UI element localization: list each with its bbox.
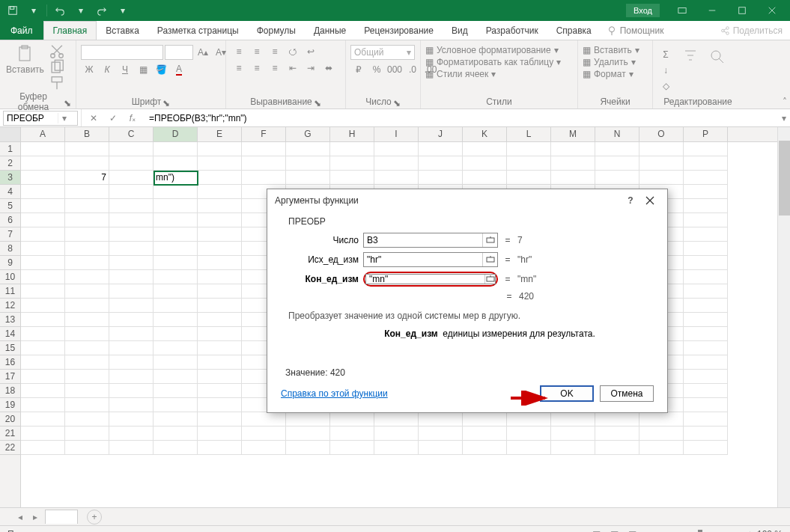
cell[interactable] [684,341,728,355]
orientation-icon[interactable]: ⭯ [285,45,301,58]
cell[interactable] [21,284,65,299]
cell[interactable] [463,171,507,185]
cell[interactable] [330,142,374,156]
name-box-dropdown-icon[interactable]: ▾ [58,113,70,123]
launcher-icon[interactable]: ⬊ [64,98,71,106]
cell[interactable] [198,213,242,227]
tab-data[interactable]: Данные [305,21,355,40]
minimize-icon[interactable] [697,0,727,21]
row-header[interactable]: 2 [0,156,20,171]
cell[interactable] [65,270,109,284]
cell[interactable] [374,156,419,171]
cell[interactable] [154,256,198,270]
cell[interactable] [198,185,242,199]
cell[interactable] [286,441,330,455]
cell[interactable] [551,441,595,455]
cell[interactable] [154,142,198,156]
row-header[interactable]: 1 [0,142,20,156]
cell[interactable] [21,142,65,156]
cell[interactable] [154,441,198,455]
cell[interactable] [198,299,242,313]
cell[interactable] [109,370,154,384]
tab-home[interactable]: Главная [43,21,97,40]
cell[interactable] [21,185,65,199]
cell[interactable]: mn") [154,171,198,185]
cell[interactable] [154,213,198,227]
cell[interactable] [595,171,639,185]
cell[interactable] [374,426,419,441]
cell[interactable] [242,412,286,426]
delete-cells-button[interactable]: ▦ Удалить ▾ [583,57,636,67]
cell[interactable] [109,227,154,242]
cell[interactable] [65,185,109,199]
cell[interactable] [109,341,154,355]
cell[interactable] [330,426,374,441]
row-header[interactable]: 5 [0,199,20,213]
cell[interactable] [419,426,463,441]
cell[interactable] [639,426,684,441]
row-header[interactable]: 6 [0,213,20,227]
cell[interactable] [154,185,198,199]
cell[interactable] [198,426,242,441]
align-middle-icon[interactable]: ≡ [249,45,265,58]
cell[interactable] [65,412,109,426]
cell[interactable] [684,171,728,185]
column-header[interactable]: A [21,127,65,141]
tab-nav-next-icon[interactable]: ▸ [30,512,40,522]
align-right-icon[interactable]: ≡ [267,61,283,75]
tab-view[interactable]: Вид [443,21,477,40]
cell[interactable] [507,441,551,455]
align-top-icon[interactable]: ≡ [231,45,247,58]
cell[interactable] [684,213,728,227]
row-header[interactable]: 14 [0,327,20,341]
cell[interactable] [198,270,242,284]
cell[interactable] [198,441,242,455]
cell[interactable] [21,171,65,185]
column-header[interactable]: L [507,127,551,141]
row-header[interactable]: 7 [0,227,20,242]
cell[interactable] [109,299,154,313]
row-header[interactable]: 13 [0,313,20,327]
cell[interactable] [21,256,65,270]
sort-filter-button[interactable] [680,45,701,69]
cell[interactable] [65,313,109,327]
cell[interactable] [330,171,374,185]
row-header[interactable]: 18 [0,384,20,398]
border-icon[interactable]: ▦ [135,63,151,76]
cell[interactable] [154,284,198,299]
launcher-icon[interactable]: ⬊ [162,98,170,106]
cell[interactable] [419,171,463,185]
cell[interactable] [684,384,728,398]
maximize-icon[interactable] [727,0,757,21]
cell[interactable] [198,256,242,270]
row-header[interactable]: 20 [0,412,20,426]
column-header[interactable]: K [463,127,507,141]
arg-input-number[interactable] [364,233,482,247]
tell-me[interactable]: Помощник [601,21,670,40]
tab-layout[interactable]: Разметка страницы [148,21,248,40]
percent-icon[interactable]: % [368,63,385,76]
format-painter-icon[interactable] [49,76,65,90]
column-header[interactable]: H [330,127,374,141]
cell[interactable] [65,227,109,242]
cell[interactable] [21,355,65,370]
row-header[interactable]: 8 [0,242,20,256]
tab-insert[interactable]: Вставка [97,21,148,40]
cell[interactable] [684,398,728,412]
zoom-in-icon[interactable]: + [747,529,753,533]
cell[interactable] [374,441,419,455]
row-header[interactable]: 9 [0,256,20,270]
cell[interactable] [463,156,507,171]
row-header[interactable]: 22 [0,441,20,455]
cell[interactable] [374,171,419,185]
cell[interactable] [21,398,65,412]
ribbon-display-icon[interactable] [667,0,697,21]
cell[interactable] [286,156,330,171]
cell[interactable] [639,171,684,185]
cell[interactable] [65,441,109,455]
cell[interactable] [242,426,286,441]
comma-icon[interactable]: 000 [386,63,403,76]
cell[interactable] [198,156,242,171]
cancel-formula-icon[interactable]: ✕ [85,111,103,126]
cell[interactable] [242,156,286,171]
